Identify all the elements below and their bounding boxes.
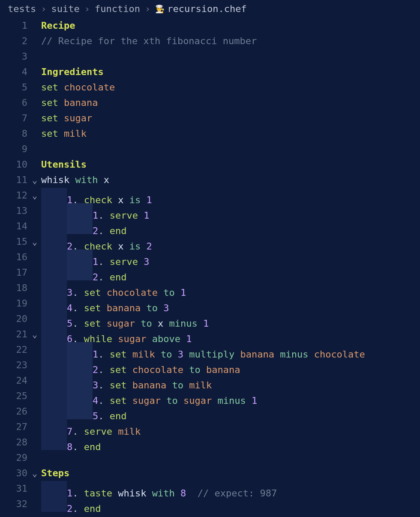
- indent-guide: [41, 419, 67, 435]
- fold-toggle[interactable]: ⌄: [30, 172, 39, 189]
- breadcrumb: tests › suite › function › 👨‍🍳 recursion…: [0, 0, 420, 17]
- code-line[interactable]: 243. set banana to milk: [0, 373, 420, 388]
- line-number: 14: [0, 219, 30, 234]
- line-number: 12: [0, 188, 30, 203]
- code-content: 8. end: [39, 435, 420, 455]
- code-line[interactable]: 277. serve milk: [0, 419, 420, 435]
- code-line[interactable]: 11⌄whisk with x: [0, 172, 420, 188]
- code-content: Recipe: [39, 18, 420, 33]
- code-line[interactable]: 9: [0, 141, 420, 157]
- indent-guide: [67, 404, 93, 419]
- code-line[interactable]: 3: [0, 49, 420, 64]
- code-line[interactable]: 142. end: [0, 219, 420, 234]
- indent-guide: [41, 311, 67, 327]
- token: milk: [64, 128, 87, 139]
- fold-toggle[interactable]: ⌄: [30, 188, 39, 204]
- indent-guide: [41, 280, 67, 296]
- breadcrumb-seg-1[interactable]: suite: [51, 1, 79, 17]
- fold-toggle[interactable]: ⌄: [30, 466, 39, 482]
- breadcrumb-seg-2[interactable]: function: [95, 1, 140, 17]
- line-number: 15: [0, 234, 30, 249]
- code-content: Utensils: [39, 157, 420, 172]
- code-line[interactable]: 5set chocolate: [0, 80, 420, 95]
- line-number: 1: [0, 18, 30, 33]
- code-line[interactable]: 221. set milk to 3 multiply banana minus…: [0, 342, 420, 358]
- code-line[interactable]: 161. serve 3: [0, 249, 420, 265]
- indent-guide: [41, 388, 67, 404]
- indent-guide: [41, 203, 67, 219]
- code-content: set banana: [39, 95, 420, 111]
- token: .: [72, 503, 84, 514]
- code-content: set chocolate: [39, 80, 420, 95]
- code-line[interactable]: 322. end: [0, 496, 420, 512]
- code-line[interactable]: 4Ingredients: [0, 64, 420, 80]
- line-number: 25: [0, 388, 30, 404]
- code-line[interactable]: 232. set chocolate to banana: [0, 358, 420, 373]
- token: set: [41, 82, 64, 93]
- line-number: 22: [0, 342, 30, 358]
- code-content: 2. end: [39, 496, 420, 517]
- breadcrumb-file[interactable]: recursion.chef: [167, 1, 246, 17]
- code-line[interactable]: 131. serve 1: [0, 203, 420, 219]
- code-line[interactable]: 7set sugar: [0, 111, 420, 126]
- line-number: 8: [0, 126, 30, 141]
- token: // Recipe for the xth fibonacci number: [41, 36, 257, 46]
- indent-guide: [67, 203, 93, 219]
- fold-toggle[interactable]: ⌄: [30, 327, 39, 343]
- code-line[interactable]: 8set milk: [0, 126, 420, 141]
- code-line[interactable]: 183. set chocolate to 1: [0, 280, 420, 296]
- chevron-right-icon: ›: [39, 1, 48, 17]
- indent-guide: [41, 496, 67, 512]
- code-line[interactable]: 12⌄1. check x is 1: [0, 188, 420, 203]
- line-number: 7: [0, 111, 30, 126]
- token: end: [84, 442, 101, 452]
- breadcrumb-seg-0[interactable]: tests: [8, 1, 36, 17]
- code-line[interactable]: 2// Recipe for the xth fibonacci number: [0, 33, 420, 49]
- token: set: [41, 97, 64, 108]
- code-line[interactable]: 288. end: [0, 435, 420, 450]
- line-number: 2: [0, 33, 30, 49]
- code-line[interactable]: 6set banana: [0, 95, 420, 111]
- code-content: set milk: [39, 126, 420, 141]
- line-number: 21: [0, 327, 30, 342]
- token: Recipe: [41, 20, 75, 31]
- code-line[interactable]: 194. set banana to 3: [0, 296, 420, 311]
- indent-guide: [67, 373, 93, 388]
- code-line[interactable]: 254. set sugar to sugar minus 1: [0, 388, 420, 404]
- token: end: [84, 503, 101, 514]
- line-number: 3: [0, 49, 30, 64]
- line-number: 16: [0, 249, 30, 265]
- indent-guide: [41, 435, 67, 450]
- code-line[interactable]: 15⌄2. check x is 2: [0, 234, 420, 249]
- code-line[interactable]: 21⌄6. while sugar above 1: [0, 327, 420, 342]
- code-editor[interactable]: 1Recipe2// Recipe for the xth fibonacci …: [0, 17, 420, 512]
- token: .: [72, 442, 84, 452]
- line-number: 23: [0, 358, 30, 373]
- token: 2: [67, 503, 72, 514]
- code-line[interactable]: 10Utensils: [0, 157, 420, 172]
- code-content: Steps: [39, 466, 420, 481]
- code-line[interactable]: 1Recipe: [0, 18, 420, 33]
- indent-guide: [41, 234, 67, 249]
- line-number: 28: [0, 435, 30, 450]
- line-number: 4: [0, 64, 30, 80]
- code-line[interactable]: 311. taste whisk with 8 // expect: 987: [0, 481, 420, 496]
- code-content: set sugar: [39, 111, 420, 126]
- line-number: 24: [0, 373, 30, 388]
- line-number: 18: [0, 280, 30, 296]
- fold-toggle[interactable]: ⌄: [30, 234, 39, 250]
- line-number: 9: [0, 141, 30, 157]
- indent-guide: [67, 249, 93, 265]
- line-number: 30: [0, 466, 30, 481]
- code-line[interactable]: 265. end: [0, 404, 420, 419]
- line-number: 5: [0, 80, 30, 95]
- token: sugar: [64, 113, 92, 123]
- chevron-right-icon: ›: [82, 1, 92, 17]
- code-line[interactable]: 30⌄Steps: [0, 466, 420, 481]
- code-line[interactable]: 172. end: [0, 265, 420, 280]
- token: banana: [64, 97, 98, 108]
- indent-guide: [41, 296, 67, 311]
- code-content: // Recipe for the xth fibonacci number: [39, 33, 420, 49]
- code-line[interactable]: 205. set sugar to x minus 1: [0, 311, 420, 327]
- token: with: [75, 174, 103, 185]
